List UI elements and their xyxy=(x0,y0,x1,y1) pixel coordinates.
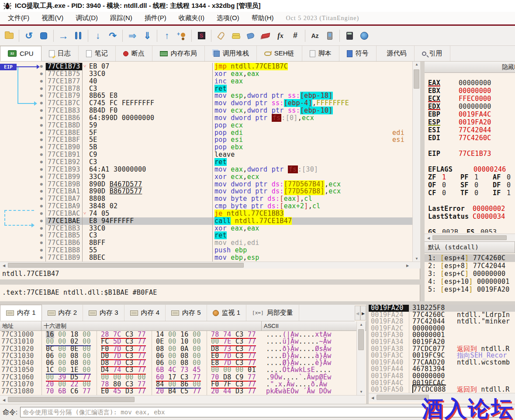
scroll-right-icon[interactable]: ▶ xyxy=(404,264,411,268)
breakpoint-dot-icon[interactable]: ● xyxy=(0,203,45,210)
step-out-button[interactable]: ⇓ xyxy=(141,29,154,43)
breakpoint-dot-icon[interactable]: ● xyxy=(0,217,45,225)
dump-tab[interactable]: 内存 2 xyxy=(42,305,83,321)
register-row[interactable]: EDX00000000 xyxy=(425,103,515,110)
tab-callstack[interactable]: 调用堆栈 xyxy=(205,46,257,61)
labels-button[interactable] xyxy=(244,29,257,43)
disasm-row[interactable]: ●77CE1B92C3ret xyxy=(0,158,412,166)
open-file-button[interactable] xyxy=(3,29,16,43)
flags-row[interactable]: ZF1PF1AF0 xyxy=(425,173,515,181)
flags-row[interactable]: CF0TF0IF1 xyxy=(425,189,515,197)
register-row[interactable]: EBP0019FA4C xyxy=(425,110,515,118)
breakpoint-dot-icon[interactable]: ● xyxy=(0,166,45,173)
disasm-row[interactable]: ●77CE1B91C9leave xyxy=(0,151,412,158)
registers-hscrollbar[interactable]: ◀ xyxy=(425,234,515,241)
breakpoint-dot-icon[interactable]: ● xyxy=(0,181,45,188)
breakpoint-dot-icon[interactable]: ● xyxy=(0,78,45,85)
hide-fpu-button[interactable]: 隐藏FPU xyxy=(502,63,515,71)
column-header[interactable]: ASCII xyxy=(262,321,366,331)
step-into-button[interactable]: ↓ xyxy=(91,29,104,43)
disasm-row[interactable]: ●77CE1B7533C0xor eax,eax xyxy=(0,70,412,78)
dump-tab[interactable]: 监视 1 xyxy=(207,305,247,321)
functions-fx-button[interactable]: fx xyxy=(274,29,287,43)
tab-scroll-right[interactable]: ▶ xyxy=(360,306,366,320)
disasm-hscrollbar[interactable]: ◀ ▶ xyxy=(0,262,420,269)
dump-row[interactable]: 77C310501C 00 1E 00D4 74 C3 776B 4C 73 4… xyxy=(0,366,356,373)
switch-threads-button[interactable] xyxy=(175,29,188,43)
arg-row[interactable]: 5: [esp+14] 0019FA20 xyxy=(425,286,515,293)
disasm-row[interactable]: ●77CE1B9B890D B467D577mov dword ptr ds:[… xyxy=(0,181,412,188)
breakpoint-dot-icon[interactable]: ● xyxy=(0,247,45,254)
scylla-button[interactable] xyxy=(323,29,336,43)
breakpoint-dot-icon[interactable]: ● xyxy=(0,239,45,247)
disasm-row[interactable]: ●77CE1BB333C0xor eax,eax xyxy=(0,225,412,232)
disasm-row[interactable]: ●77CE1BB855push ebp xyxy=(0,247,412,254)
disassembly-pane[interactable]: ●77CE1B73˅EB 07jmp ntdll.77CE1B7C●77CE1B… xyxy=(0,62,420,269)
register-row[interactable]: ESI77C42044 xyxy=(425,126,515,134)
tab-memmap[interactable]: 内存布局 xyxy=(152,46,205,61)
pause-button[interactable] xyxy=(72,29,85,43)
register-row[interactable]: EBX00000000 xyxy=(425,87,515,95)
arg-row[interactable]: 1: [esp+4] 77C4260C xyxy=(425,254,515,262)
menu-item[interactable]: 插件(P) xyxy=(138,12,173,23)
breakpoint-dot-icon[interactable]: ● xyxy=(0,92,45,100)
dump-tab[interactable]: 内存 5 xyxy=(166,305,207,321)
breakpoint-dot-icon[interactable]: ● xyxy=(0,151,45,158)
breakpoint-dot-icon[interactable]: ● xyxy=(0,136,45,144)
dump-row[interactable]: 77C3101000 00 02 00FC 5D C3 770E 00 10 0… xyxy=(0,338,356,345)
register-row[interactable]: EDI77C4260C xyxy=(425,134,515,142)
tab-references[interactable]: 引用 xyxy=(415,46,450,61)
disasm-row[interactable]: ●77CE1BAC˅74 05je ntdll.77CE1BB3 xyxy=(0,210,412,217)
breakpoint-dot-icon[interactable]: ● xyxy=(0,122,45,129)
run-until-return-button[interactable]: ↑ xyxy=(160,29,173,43)
arg-row[interactable]: 3: [esp+C] 00000000 xyxy=(425,270,515,278)
menu-item[interactable]: 帮助(H) xyxy=(245,12,280,23)
stop-button[interactable] xyxy=(37,29,50,43)
menu-item[interactable]: 调试(D) xyxy=(69,12,104,23)
scroll-left-icon[interactable]: ◀ xyxy=(1,398,7,402)
breakpoint-dot-icon[interactable]: ● xyxy=(0,188,45,195)
disasm-row[interactable]: ●77CE1BAEE8 94FFFFFFcall ntdll.77CE1B47 xyxy=(0,217,412,225)
disasm-row[interactable]: ●77CE1B8664:890D 00000000mov dword ptr f… xyxy=(0,114,412,122)
dump-row[interactable]: 77C310200C 00 0E 00F0 7D C3 7708 00 0A 0… xyxy=(0,345,356,352)
memory-dump-pane[interactable]: 内存 1内存 2内存 3内存 4内存 5监视 1[x=]局部变量 ◀ ▶ 地址十… xyxy=(0,305,366,404)
dump-row[interactable]: 77C3106000 39 D5 7700 00 00 0060 17 C3 7… xyxy=(0,374,356,381)
tab-script[interactable]: 脚本 xyxy=(302,46,339,61)
breakpoint-dot-icon[interactable]: ● xyxy=(0,173,45,181)
dump-tab[interactable]: 内存 1 xyxy=(0,305,42,321)
last-status-row[interactable]: LastStatusC0000034 xyxy=(425,213,515,220)
breakpoint-dot-icon[interactable]: ● xyxy=(0,70,45,78)
disasm-row[interactable]: ●77CE1BB68BFFmov edi,edi xyxy=(0,239,412,247)
breakpoint-dot-icon[interactable]: ● xyxy=(0,85,45,93)
dump-row[interactable]: 77C3100016 00 18 0028 7C C3 7714 00 16 0… xyxy=(0,331,356,338)
dump-row[interactable]: 77C3108070 6B C6 77E0 45 D3 7720 B4 C5 7… xyxy=(0,388,356,395)
scroll-down-icon[interactable]: ▼ xyxy=(413,257,421,261)
stack-row[interactable]: 0019FA5077CDC088返回到 ntdll.R xyxy=(369,386,515,393)
register-row[interactable]: EIP77CE1B73 xyxy=(425,150,515,158)
disasm-row[interactable]: ●77CE1B7CC745 FC FEFFFFFFmov dword ptr s… xyxy=(0,100,412,107)
disasm-row[interactable]: ●77CE1B8D59pop ecx xyxy=(0,122,412,129)
dump-hscrollbar[interactable]: ◀ xyxy=(0,395,365,404)
disasm-row[interactable]: ●77CE1B9933C9xor ecx,ecx xyxy=(0,173,412,181)
disasm-row[interactable]: ●77CE1B78C3ret xyxy=(0,85,412,93)
flags-row[interactable]: OF0SF0DF0 xyxy=(425,181,515,189)
disasm-row[interactable]: ●77CE1B838B4D F0mov ecx,dword ptr ss:[eb… xyxy=(0,107,412,114)
scroll-up-icon[interactable]: ▲ xyxy=(413,62,421,66)
arg-row[interactable]: 4: [esp+10] 00000001 xyxy=(425,278,515,286)
run-to-user-code-button[interactable]: ⇒ xyxy=(126,29,139,43)
dump-tab[interactable]: [x=]局部变量 xyxy=(246,305,299,321)
disasm-row[interactable]: ●77CE1B8F5Epop esiesi xyxy=(0,136,412,144)
breakpoint-dot-icon[interactable]: ● xyxy=(0,225,45,232)
disasm-row[interactable]: ●77CE1BA78808mov byte ptr ds:[eax],cl xyxy=(0,195,412,203)
breakpoint-dot-icon[interactable]: ● xyxy=(0,107,45,114)
breakpoint-dot-icon[interactable]: ● xyxy=(0,144,45,151)
scroll-down-icon[interactable]: ▼ xyxy=(357,390,366,394)
breakpoint-dot-icon[interactable]: ● xyxy=(0,129,45,137)
dump-row[interactable]: 77C3107020 00 22 0078 80 C3 7784 00 86 0… xyxy=(0,381,356,388)
disasm-row[interactable]: ●77CE1B798B65 E8mov esp,dword ptr ss:[eb… xyxy=(0,92,412,100)
clear-log-button[interactable] xyxy=(259,29,272,43)
register-row[interactable]: EFLAGS00000246 xyxy=(425,165,515,173)
tab-notes[interactable]: 笔记 xyxy=(79,46,116,61)
registers-pane[interactable]: 隐藏FPU EAX00000000EBX00000000ECXFFEC0000E… xyxy=(425,62,515,305)
disasm-row[interactable]: ●77CE1B9364:A1 30000000mov eax,dword ptr… xyxy=(0,166,412,173)
